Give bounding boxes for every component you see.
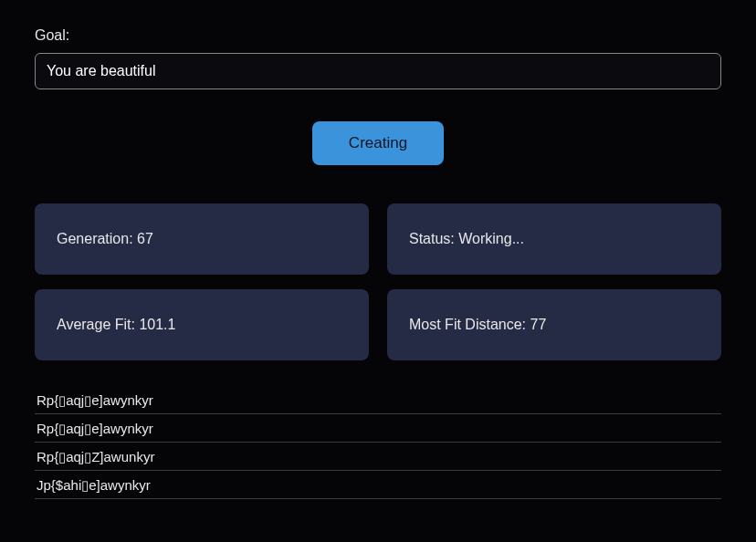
stat-status-text: Status: Working... — [409, 231, 524, 246]
stat-status: Status: Working... — [387, 203, 721, 275]
stat-avg-fit: Average Fit: 101.1 — [35, 289, 369, 360]
population-item: Rp{▯aqj▯e]awynkyr — [35, 414, 721, 443]
goal-input[interactable] — [35, 53, 721, 89]
create-button[interactable]: Creating — [312, 121, 444, 165]
stat-avg-fit-text: Average Fit: 101.1 — [57, 317, 175, 332]
population-item: Rp{▯aqj▯Z]awunkyr — [35, 443, 721, 471]
stat-most-fit: Most Fit Distance: 77 — [387, 289, 721, 360]
goal-section: Goal: — [35, 27, 721, 89]
stat-generation: Generation: 67 — [35, 203, 369, 275]
stat-most-fit-text: Most Fit Distance: 77 — [409, 317, 546, 332]
population-item: Rp{▯aqj▯e]awynkyr — [35, 386, 721, 414]
stat-generation-text: Generation: 67 — [57, 231, 153, 246]
stats-grid: Generation: 67 Status: Working... Averag… — [35, 203, 721, 360]
goal-label: Goal: — [35, 27, 721, 44]
population-list: Rp{▯aqj▯e]awynkyr Rp{▯aqj▯e]awynkyr Rp{▯… — [35, 386, 721, 499]
button-row: Creating — [35, 121, 721, 165]
population-item: Jp{$ahi▯e]awynkyr — [35, 471, 721, 499]
